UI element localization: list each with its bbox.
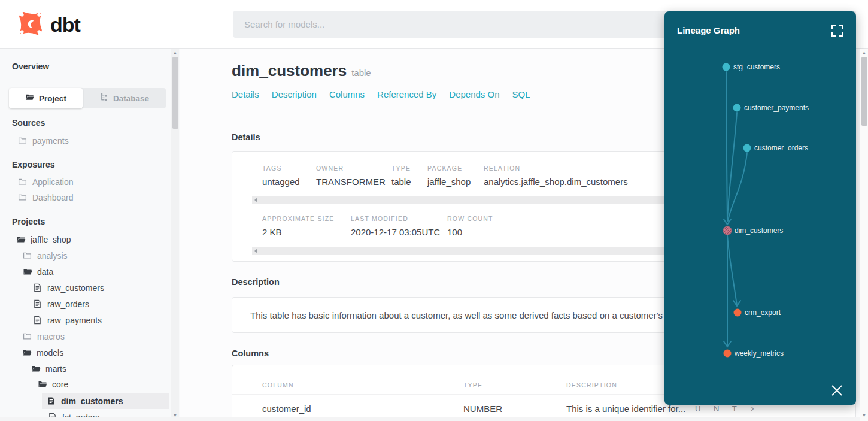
folder-icon [18,136,28,146]
sidebar-item-application[interactable]: Application [18,174,74,190]
file-icon [33,316,43,325]
tree-item-data[interactable]: data [23,264,53,280]
page-scrollbar[interactable]: ▲ ▼ [860,49,868,421]
node-dot-crm-export [734,309,742,317]
tab-referenced-by[interactable]: Referenced By [377,89,436,99]
tree-item-core[interactable]: core [38,377,68,392]
lineage-node-customer-payments[interactable]: customer_payments [744,104,809,112]
scroll-down-icon[interactable]: ▼ [860,411,868,419]
tree-item-raw-orders[interactable]: raw_orders [33,296,89,312]
doc-tabs: Details Description Columns Referenced B… [232,89,530,99]
columns-heading: Columns [232,349,269,358]
tree-item-label: raw_orders [47,299,89,309]
lineage-node-stg-customers[interactable]: stg_customers [733,63,780,71]
tab-details[interactable]: Details [232,89,259,99]
sidebar-item-payments[interactable]: payments [18,133,69,149]
sidebar-item-dashboard[interactable]: Dashboard [18,190,74,205]
folder-icon [23,332,32,341]
page-horizontal-scrollbar[interactable] [0,417,860,421]
dbt-logo-text: dbt [50,13,80,37]
tab-columns[interactable]: Columns [329,89,365,99]
field-label: PACKAGE [427,165,471,172]
tree-item-jaffle-shop[interactable]: jaffle_shop [16,232,71,247]
tree-item-analysis[interactable]: analysis [23,248,68,263]
folder-open-icon [23,267,32,277]
field-last-modified: LAST MODIFIED 2020-12-17 03:05UTC [351,215,440,237]
column-header: TYPE [463,381,482,389]
overview-link[interactable]: Overview [12,62,49,71]
tab-database-label: Database [113,94,149,103]
scroll-up-icon[interactable]: ▲ [171,49,179,57]
tree-item-models[interactable]: models [22,345,63,361]
folder-icon [18,177,28,187]
dbt-logo-icon [15,8,46,41]
lineage-node-customer-orders[interactable]: customer_orders [754,144,808,152]
field-package: PACKAGE jaffle_shop [427,165,471,187]
lineage-node-dim-customers[interactable]: dim_customers [735,226,783,235]
lineage-node-weekly-metrics[interactable]: weekly_metrics [735,349,784,358]
tree-item-label: raw_customers [47,283,104,293]
tree-item-label: data [37,267,53,277]
file-icon [33,299,43,309]
model-type-suffix: table [351,68,371,78]
dbt-logo[interactable]: dbt [15,8,80,41]
field-value: 2020-12-17 03:05UTC [351,227,440,237]
sidebar-item-label: payments [32,136,69,146]
field-value: analytics.jaffle_shop.dim_customers [484,177,628,187]
folder-icon [25,93,34,104]
folder-open-icon [16,235,26,244]
field-label: ROW COUNT [447,215,493,222]
tree-item-label: core [52,380,68,389]
file-icon [33,283,43,293]
node-dot-customer-payments [733,104,741,112]
page-scrollbar-thumb[interactable] [861,57,867,126]
node-dot-stg-customers [723,63,730,71]
tab-description[interactable]: Description [272,89,317,99]
tree-item-macros[interactable]: macros [23,329,65,344]
sidebar: Overview Project Database Sources paymen… [0,49,180,421]
tree-item-label: marts [45,364,66,374]
sidebar-scrollbar-thumb[interactable] [172,57,178,129]
tab-sql[interactable]: SQL [512,89,530,99]
tree-item-marts[interactable]: marts [31,361,66,377]
field-approximate-size: APPROXIMATE SIZE 2 KB [262,215,335,237]
field-value: 100 [447,227,493,237]
tab-depends-on[interactable]: Depends On [449,89,499,99]
tree-item-dim-customers[interactable]: dim_customers [47,393,123,409]
file-solid-icon [47,396,56,406]
node-dot-customer-orders [743,144,751,152]
scroll-left-icon[interactable] [254,198,257,202]
tree-item-raw-payments[interactable]: raw_payments [33,313,102,328]
close-icon[interactable] [830,383,844,398]
view-switcher: Project Database [9,88,166,108]
field-tags: TAGS untagged [262,165,300,187]
folder-open-icon [31,364,41,374]
field-value: untagged [262,177,300,187]
scroll-left-icon[interactable] [254,249,257,253]
field-relation: RELATION analytics.jaffle_shop.dim_custo… [484,165,628,187]
details-heading: Details [232,132,260,142]
description-text: This table has basic information about a… [250,310,691,320]
column-header: COLUMN [262,381,294,389]
tab-project-label: Project [39,94,66,103]
exposures-heading: Exposures [12,160,55,169]
tree-item-label: jaffle_shop [31,235,71,244]
tree-item-label: raw_payments [47,316,102,325]
tree-item-label: macros [37,332,65,341]
tree-item-label: analysis [37,251,68,261]
field-row-count: ROW COUNT 100 [447,215,493,237]
folder-icon [23,251,32,261]
tree-item-label: dim_customers [61,396,123,406]
tree-item-label: models [37,348,63,358]
tree-item-raw-customers[interactable]: raw_customers [33,280,104,296]
scroll-up-icon[interactable]: ▲ [860,49,868,57]
page-title: dim_customerstable [232,62,371,80]
field-label: TAGS [262,165,300,172]
tab-database[interactable]: Database [83,88,166,108]
sidebar-scrollbar[interactable]: ▲ ▼ [171,49,179,421]
lineage-node-crm-export[interactable]: crm_export [745,308,781,317]
folder-icon [18,193,28,202]
tab-project[interactable]: Project [9,88,83,108]
sidebar-item-label: Dashboard [32,193,74,202]
node-dot-weekly-metrics [724,350,732,358]
